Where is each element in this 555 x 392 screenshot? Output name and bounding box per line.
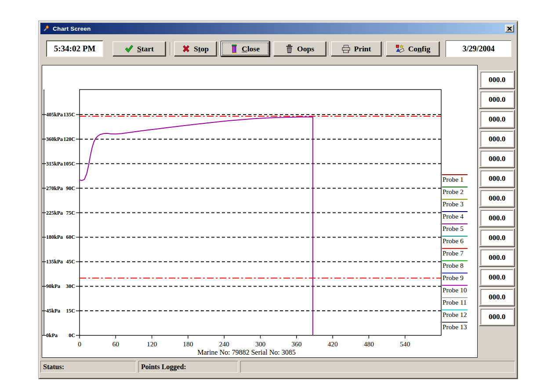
toolbar-separator [328, 42, 330, 55]
kpa-axis-label: 225kPa [46, 210, 63, 216]
probe-readout-value: 000.0 [481, 309, 513, 324]
temp-axis-label: 15C [66, 308, 75, 314]
legend-label: Probe 8 [443, 262, 464, 269]
close-button-label: Close [242, 44, 260, 54]
x-tick-label: 480 [364, 340, 374, 348]
probe-readout-value: 000.0 [481, 131, 513, 147]
window-close-button[interactable] [505, 25, 514, 32]
points-logged-label: Points Logged: [141, 363, 186, 370]
door-icon [231, 44, 238, 54]
legend-label: Probe 6 [443, 237, 464, 245]
toolbar-separator [383, 42, 385, 55]
probe-readout-value: 000.0 [481, 72, 513, 87]
probe-readout-value: 000.0 [481, 151, 513, 166]
probe-readout-3: 000.0 [479, 110, 515, 129]
print-button-label: Print [354, 44, 371, 54]
kpa-axis-label: 315kPa [46, 161, 63, 167]
probe-readout-value: 000.0 [481, 191, 513, 206]
start-button[interactable]: Start [112, 41, 166, 56]
probe-readout-6: 000.0 [479, 169, 515, 188]
trend-chart: 405kPa135C360kPa120C315kPa105C270kPa90C2… [42, 65, 477, 357]
legend-label: Probe 7 [443, 249, 464, 257]
chart-screen-window: Chart Screen 5:34:02 PM StartStopCloseOo… [39, 21, 518, 379]
probe-readout-9: 000.0 [479, 228, 515, 247]
temp-axis-label: 105C [63, 161, 75, 167]
temp-axis-label: 135C [63, 111, 75, 118]
printer-icon [341, 45, 351, 53]
x-tick-label: 0 [78, 340, 81, 348]
temp-axis-label: 75C [66, 210, 75, 216]
status-label: Status: [43, 363, 64, 370]
cross-icon [182, 45, 190, 53]
temp-axis-label: 90C [66, 185, 75, 191]
temp-axis-label: 30C [66, 283, 75, 289]
date-display: 3/29/2004 [446, 40, 511, 57]
x-tick-label: 540 [400, 340, 410, 348]
probe-readout-1: 000.0 [479, 70, 515, 89]
stop-button[interactable]: Stop [174, 41, 217, 56]
probe-readout-value: 000.0 [481, 250, 513, 265]
config-icon [395, 44, 405, 53]
probe-readout-7: 000.0 [479, 189, 515, 208]
time-display: 5:34:02 PM [46, 40, 103, 57]
points-logged-panel: Points Logged: [138, 361, 238, 373]
titlebar: Chart Screen [40, 23, 516, 34]
probe-readout-11: 000.0 [479, 268, 515, 287]
probe-readout-8: 000.0 [479, 209, 515, 227]
temp-axis-label: 45C [66, 259, 75, 265]
kpa-axis-label: 405kPa [46, 111, 63, 118]
oops-button[interactable]: Oops [273, 41, 326, 56]
stop-button-label: Stop [194, 44, 209, 54]
check-icon [124, 45, 134, 53]
close-x-icon [507, 27, 512, 31]
probe-readout-5: 000.0 [479, 149, 515, 168]
config-button[interactable]: Config [386, 41, 439, 56]
legend-label: Probe 13 [443, 323, 467, 331]
temp-axis-label: 60C [66, 234, 75, 240]
probe-readout-value: 000.0 [481, 230, 513, 245]
kpa-axis-label: 45kPa [46, 308, 60, 314]
probe-readout-2: 000.0 [479, 90, 515, 109]
kpa-axis-label: 0kPa [46, 332, 58, 338]
kpa-axis-label: 135kPa [46, 259, 63, 265]
window-title: Chart Screen [53, 25, 505, 32]
oops-button-label: Oops [297, 44, 314, 54]
probe-readout-value: 000.0 [481, 289, 513, 305]
probe-readout-value: 000.0 [481, 92, 513, 107]
kpa-axis-label: 90kPa [46, 283, 60, 289]
kpa-axis-label: 180kPa [46, 234, 63, 240]
toolbar-separator [271, 42, 272, 55]
chart-panel: 405kPa135C360kPa120C315kPa105C270kPa90C2… [42, 65, 478, 358]
probe-readout-10: 000.0 [479, 248, 515, 267]
probe-readout-13: 000.0 [479, 307, 515, 326]
print-button[interactable]: Print [331, 41, 381, 56]
temp-axis-label: 0C [69, 332, 75, 338]
start-button-label: Start [137, 44, 154, 54]
probe-readout-12: 000.0 [479, 288, 515, 306]
probe-readout-value: 000.0 [481, 171, 513, 186]
probe-readout-4: 000.0 [479, 129, 515, 148]
legend-label: Probe 4 [443, 212, 464, 220]
legend-label: Probe 12 [443, 311, 467, 318]
x-tick-label: 360 [291, 340, 302, 348]
probe-5-series [80, 117, 313, 335]
toolbar-separator [170, 42, 171, 55]
status-panel: Status: [40, 361, 136, 373]
close-button[interactable]: Close [221, 41, 269, 56]
probe-readout-value: 000.0 [481, 270, 513, 285]
torch-icon [42, 25, 50, 32]
probe-readout-value: 000.0 [481, 210, 513, 226]
legend-label: Probe 11 [443, 298, 467, 306]
probe-readout-column: 000.0000.0000.0000.0000.0000.0000.0000.0… [479, 70, 515, 327]
statusbar-extra-panel [240, 361, 515, 373]
toolbar-separator [218, 42, 220, 55]
x-tick-label: 300 [255, 340, 266, 348]
legend-label: Probe 5 [443, 225, 464, 232]
legend-label: Probe 10 [443, 286, 467, 294]
time-value: 5:34:02 PM [54, 44, 95, 54]
x-tick-label: 420 [327, 340, 338, 348]
kpa-axis-label: 270kPa [46, 185, 63, 191]
date-value: 3/29/2004 [462, 44, 494, 54]
legend-label: Probe 3 [443, 200, 464, 208]
page: { "window": { "title": "Chart Screen" },… [0, 0, 555, 392]
